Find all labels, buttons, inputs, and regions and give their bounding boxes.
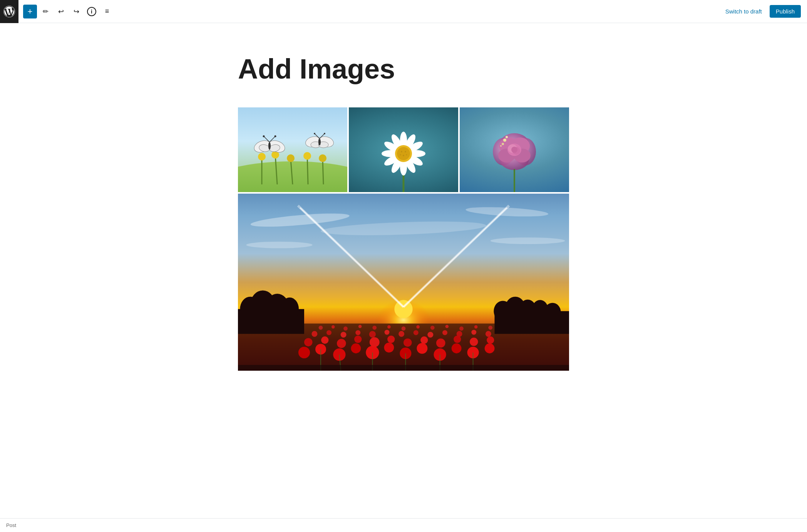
svg-point-125 (404, 338, 412, 347)
svg-point-118 (486, 331, 491, 337)
svg-point-126 (420, 336, 428, 344)
svg-point-86 (281, 298, 299, 321)
svg-point-117 (471, 330, 476, 335)
svg-point-63 (511, 147, 517, 153)
svg-point-105 (488, 326, 492, 330)
svg-point-104 (474, 325, 478, 329)
add-block-button[interactable]: + (23, 5, 37, 18)
svg-point-128 (454, 336, 461, 343)
undo-button[interactable]: ↩ (54, 5, 68, 18)
svg-point-65 (502, 143, 504, 145)
bottom-bar: Post (0, 518, 807, 532)
svg-point-127 (436, 338, 445, 348)
svg-point-28 (314, 133, 315, 134)
wordpress-icon (3, 6, 15, 17)
svg-point-103 (459, 326, 464, 331)
svg-point-19 (263, 136, 265, 137)
butterfly-image (238, 107, 347, 192)
svg-point-106 (311, 331, 317, 337)
editor-content: Add Images (230, 23, 577, 403)
sunset-image (238, 194, 569, 371)
svg-point-115 (442, 330, 447, 335)
svg-point-76 (491, 238, 565, 244)
svg-point-102 (445, 325, 449, 328)
undo-icon: ↩ (58, 7, 64, 16)
svg-line-6 (323, 159, 323, 184)
svg-point-121 (337, 339, 346, 348)
switch-to-draft-button[interactable]: Switch to draft (721, 5, 767, 18)
svg-point-50 (406, 154, 407, 156)
svg-point-134 (351, 343, 361, 353)
svg-point-138 (417, 343, 427, 354)
svg-point-101 (430, 326, 435, 330)
gallery-image-rose[interactable] (460, 107, 569, 192)
svg-point-29 (324, 133, 325, 134)
menu-icon: ≡ (105, 7, 109, 15)
svg-point-124 (387, 336, 395, 343)
edit-button[interactable]: ✏ (39, 5, 52, 18)
gallery-image-sunset[interactable] (238, 194, 569, 372)
svg-point-114 (427, 332, 433, 338)
svg-point-9 (287, 154, 295, 162)
svg-point-67 (500, 145, 502, 147)
svg-point-100 (416, 325, 420, 329)
rose-image (460, 107, 569, 192)
bottom-bar-label: Post (6, 522, 16, 528)
svg-point-129 (470, 338, 478, 346)
redo-icon: ↪ (74, 7, 79, 16)
svg-point-92 (544, 303, 561, 321)
svg-point-95 (343, 326, 348, 331)
svg-point-98 (387, 325, 391, 329)
svg-point-16 (268, 142, 271, 150)
redo-button[interactable]: ↪ (69, 5, 83, 18)
svg-point-112 (398, 331, 404, 337)
publish-button[interactable]: Publish (770, 5, 801, 18)
svg-point-131 (298, 347, 310, 358)
svg-point-66 (506, 136, 508, 138)
svg-point-71 (394, 300, 412, 318)
svg-point-142 (485, 343, 495, 353)
svg-point-108 (341, 332, 347, 338)
svg-point-1 (238, 161, 347, 192)
daisy-image (349, 107, 458, 192)
svg-point-110 (369, 331, 376, 338)
pencil-icon: ✏ (43, 7, 49, 16)
svg-point-10 (303, 152, 311, 160)
plus-icon: + (28, 7, 33, 17)
svg-point-96 (358, 325, 362, 328)
svg-point-7 (258, 153, 266, 161)
svg-point-99 (402, 326, 406, 331)
svg-point-113 (414, 330, 419, 335)
svg-point-119 (304, 338, 313, 346)
menu-button[interactable]: ≡ (100, 5, 114, 18)
svg-rect-149 (238, 365, 569, 371)
svg-point-109 (355, 330, 360, 335)
svg-point-48 (403, 155, 404, 156)
post-title[interactable]: Add Images (238, 54, 569, 84)
svg-point-75 (246, 242, 313, 248)
svg-point-93 (319, 326, 323, 330)
svg-point-120 (321, 336, 328, 344)
svg-line-5 (307, 157, 308, 184)
info-icon: i (87, 7, 96, 16)
gallery-block[interactable] (238, 107, 569, 372)
svg-point-140 (452, 343, 462, 353)
svg-point-107 (326, 330, 332, 335)
toolbar: + ✏ ↩ ↪ i ≡ Switch to draft Publish (0, 0, 807, 23)
gallery-row-top (238, 107, 569, 192)
svg-point-64 (503, 139, 506, 142)
wp-logo[interactable] (0, 0, 18, 23)
svg-point-11 (319, 154, 326, 162)
svg-point-49 (400, 154, 401, 156)
svg-point-130 (487, 336, 494, 344)
gallery-image-daisy[interactable] (349, 107, 458, 192)
info-button[interactable]: i (85, 5, 99, 18)
svg-point-25 (318, 139, 321, 146)
svg-point-123 (370, 337, 380, 347)
svg-point-136 (384, 343, 394, 353)
svg-point-111 (385, 330, 390, 335)
svg-point-47 (405, 151, 406, 152)
svg-point-94 (332, 325, 335, 329)
gallery-image-butterflies[interactable] (238, 107, 347, 192)
svg-point-97 (372, 326, 377, 330)
